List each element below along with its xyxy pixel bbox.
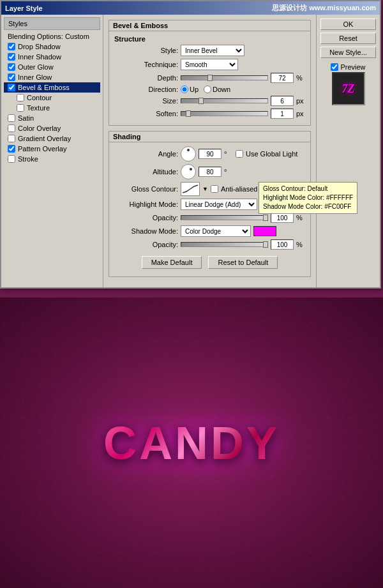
preview-box: Preview 7Z [320,63,376,105]
shadow-mode-label: Shadow Mode: [114,227,178,235]
sidebar-item-drop-shadow[interactable]: Drop Shadow [4,41,100,52]
angle-input[interactable] [199,149,222,159]
sidebar-item-gradient-overlay[interactable]: Gradient Overlay [4,133,100,144]
soften-slider[interactable] [181,111,268,116]
color-overlay-checkbox[interactable] [8,124,15,132]
gloss-contour-picker[interactable] [181,182,200,196]
candy-text-display: CANDY [103,417,280,469]
layer-style-dialog: Layer Style 思源设计坊 www.missyuan.com Style… [0,0,381,289]
sidebar-header[interactable]: Styles [4,17,100,30]
make-default-button[interactable]: Make Default [142,256,202,269]
technique-row: Technique: Smooth Chisel Hard Chisel Sof… [114,59,305,70]
use-global-light-checkbox[interactable] [236,150,243,158]
angle-row: Angle: ° Use Global Light [114,146,305,162]
shadow-mode-select[interactable]: Color Dodge Normal Multiply Screen [181,225,251,237]
size-unit: px [296,97,305,105]
anti-aliased-checkbox[interactable] [211,185,218,193]
direction-down-radio[interactable] [204,86,211,93]
tooltip-line3: Shadow Mode Color: #FC00FF [263,202,353,211]
sidebar-item-color-overlay[interactable]: Color Overlay [4,123,100,133]
soften-label: Soften: [114,110,178,117]
canvas-area: CANDY [0,298,383,588]
direction-up-label[interactable]: Up [181,86,199,93]
ok-button[interactable]: OK [320,19,376,30]
shadow-opacity-input[interactable] [271,239,294,250]
sidebar-item-blending[interactable]: Blending Options: Custom [4,31,100,41]
shading-title: Shading [109,132,310,142]
shadow-opacity-unit: % [296,241,305,248]
altitude-unit: ° [224,168,233,176]
preview-text: 7Z [342,82,355,96]
direction-down-text: Down [213,86,230,93]
altitude-input[interactable] [199,167,222,177]
sidebar-item-outer-glow[interactable]: Outer Glow [4,62,100,72]
sidebar-item-texture[interactable]: Texture [4,103,100,113]
bevel-emboss-label: Bevel & Emboss [18,84,70,91]
soften-row: Soften: px [114,109,305,119]
dialog-title-text: Layer Style [5,4,43,12]
tooltip-line2: Highlight Mode Color: #FFFFFF [263,193,353,202]
sidebar-item-bevel-emboss[interactable]: Bevel & Emboss [4,82,100,93]
size-row: Size: px [114,96,305,106]
altitude-indicator [190,168,192,170]
outer-glow-checkbox[interactable] [8,63,15,71]
highlight-opacity-row: Opacity: % [114,213,305,223]
texture-label: Texture [27,104,50,112]
shadow-opacity-slider[interactable] [181,242,268,247]
pattern-overlay-checkbox[interactable] [8,145,15,153]
direction-down-label[interactable]: Down [204,86,230,93]
inner-glow-checkbox[interactable] [8,73,15,81]
sidebar: Styles Blending Options: Custom Drop Sha… [1,15,103,287]
sidebar-item-inner-shadow[interactable]: Inner Shadow [4,52,100,62]
satin-label: Satin [18,114,34,122]
preview-thumbnail: 7Z [332,72,365,105]
bottom-buttons: Make Default Reset to Default [114,252,305,273]
contour-checkbox[interactable] [17,94,24,102]
gradient-overlay-checkbox[interactable] [8,135,15,142]
reset-to-default-button[interactable]: Reset to Default [208,256,278,269]
use-global-light-label: Use Global Light [246,150,297,158]
altitude-wheel[interactable] [181,164,196,179]
highlight-opacity-slider[interactable] [181,215,268,220]
stroke-label: Stroke [18,155,38,163]
preview-checkbox[interactable] [331,63,338,71]
depth-slider[interactable] [181,75,268,80]
drop-shadow-checkbox[interactable] [8,43,15,50]
inner-shadow-label: Inner Shadow [18,53,61,61]
stroke-checkbox[interactable] [8,155,15,163]
angle-label: Angle: [114,150,178,158]
satin-checkbox[interactable] [8,114,15,122]
size-label: Size: [114,97,178,105]
sidebar-item-inner-glow[interactable]: Inner Glow [4,72,100,82]
blending-options-label: Blending Options: Custom [8,33,89,40]
size-input[interactable] [271,96,294,106]
highlight-opacity-input[interactable] [271,213,294,223]
depth-unit: % [296,74,305,82]
sidebar-item-satin[interactable]: Satin [4,113,100,123]
soften-input[interactable] [271,109,294,119]
technique-select[interactable]: Smooth Chisel Hard Chisel Soft [181,59,238,70]
tooltip-line1: Gloss Contour: Default [263,185,353,193]
style-select[interactable]: Inner Bevel Outer Bevel Emboss Pillow Em… [181,45,244,56]
shadow-color-swatch[interactable] [253,226,276,236]
sidebar-item-contour[interactable]: Contour [4,93,100,103]
texture-checkbox[interactable] [17,104,24,112]
dialog-titlebar: Layer Style 思源设计坊 www.missyuan.com [1,1,380,15]
inner-glow-label: Inner Glow [18,73,52,81]
reset-button[interactable]: Reset [320,33,376,44]
style-row: Style: Inner Bevel Outer Bevel Emboss Pi… [114,45,305,56]
direction-up-radio[interactable] [181,86,188,93]
size-slider[interactable] [181,98,268,103]
inner-shadow-checkbox[interactable] [8,53,15,61]
anti-aliased-label: Anti-aliased [221,185,257,193]
chevron-down-icon[interactable]: ▼ [202,186,208,192]
sidebar-item-stroke[interactable]: Stroke [4,154,100,164]
direction-row: Direction: Up Down [114,86,305,93]
sidebar-item-pattern-overlay[interactable]: Pattern Overlay [4,144,100,154]
angle-wheel[interactable] [181,146,196,162]
depth-input[interactable] [271,73,294,83]
new-style-button[interactable]: New Style... [320,47,376,58]
technique-label: Technique: [114,61,178,68]
highlight-mode-select[interactable]: Linear Dodge (Add) Normal Screen Overlay [181,199,257,210]
bevel-emboss-checkbox[interactable] [8,84,15,91]
